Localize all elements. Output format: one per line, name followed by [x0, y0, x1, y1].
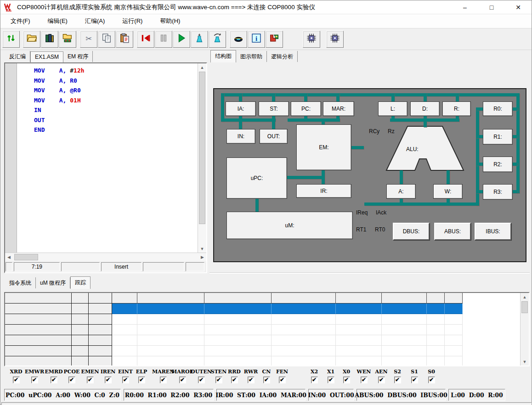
- trace-grid-row[interactable]: [5, 314, 529, 325]
- maximize-button[interactable]: □: [478, 0, 505, 14]
- close-button[interactable]: ✕: [505, 0, 532, 14]
- editor-tab-1[interactable]: 反汇编: [5, 51, 30, 62]
- register-box-pc[interactable]: PC:: [291, 101, 321, 116]
- trace-grid-row[interactable]: [5, 304, 529, 314]
- register-box-um[interactable]: uM:: [226, 212, 353, 239]
- emulator-1-button[interactable]: [303, 31, 320, 48]
- menu-item-1[interactable]: 文件(F): [5, 15, 36, 27]
- diagram-tab-1[interactable]: 结构图: [210, 50, 236, 62]
- register-box-l[interactable]: L:: [378, 101, 407, 116]
- scrollbar-thumb[interactable]: [14, 254, 38, 260]
- scroll-down-icon[interactable]: ▼: [521, 358, 529, 366]
- emulator-2-button[interactable]: [326, 31, 344, 48]
- register-box-r3[interactable]: R3:: [483, 184, 513, 200]
- run-button[interactable]: [173, 31, 190, 48]
- register-box-r0[interactable]: R0:: [483, 101, 513, 116]
- signal-checkbox-rrd[interactable]: ✔: [231, 377, 238, 383]
- register-box-r2[interactable]: R2:: [483, 157, 513, 172]
- trace-grid-row[interactable]: [5, 346, 529, 356]
- register-box-st[interactable]: ST:: [259, 101, 289, 116]
- diagram-tab-2[interactable]: 图示帮助: [236, 51, 267, 62]
- register-box-em[interactable]: EM:: [296, 124, 351, 170]
- logic-analyzer-button[interactable]: [266, 31, 283, 48]
- trace-grid-row[interactable]: [5, 335, 529, 346]
- refresh-button[interactable]: [2, 31, 20, 48]
- register-box-upc[interactable]: uPC:: [226, 158, 287, 199]
- scroll-up-icon[interactable]: ▲: [521, 293, 529, 301]
- signal-checkbox-rwr[interactable]: ✔: [248, 377, 255, 383]
- signal-checkbox-s0[interactable]: ✔: [428, 377, 435, 383]
- signal-checkbox-x1[interactable]: ✔: [328, 377, 334, 383]
- register-box-w[interactable]: W:: [433, 184, 463, 199]
- editor-vertical-scrollbar[interactable]: ▲ ▼: [198, 63, 206, 253]
- save-all-button[interactable]: [41, 31, 58, 48]
- trace-grid-row[interactable]: [5, 293, 529, 304]
- register-box-d[interactable]: D:: [410, 101, 440, 116]
- register-box-a[interactable]: A:: [386, 184, 416, 199]
- code-area[interactable]: MOV A, #12hMOV A, R0MOV A, @R0MOV A, 01H…: [17, 63, 198, 253]
- signal-checkbox-maren[interactable]: ✔: [160, 377, 167, 383]
- grid-vertical-scrollbar[interactable]: ▲ ▼: [520, 293, 529, 366]
- trace-tab-3[interactable]: 跟踪: [70, 276, 91, 289]
- register-box-ia[interactable]: IA:: [226, 101, 256, 116]
- open-file-button[interactable]: [23, 31, 40, 48]
- menu-item-2[interactable]: 编辑(E): [42, 15, 73, 27]
- step-over-button[interactable]: [209, 31, 226, 48]
- scrollbar-thumb[interactable]: [521, 301, 528, 313]
- view-options-button[interactable]: [230, 31, 247, 48]
- editor-tab-2[interactable]: EX1.ASM: [30, 51, 63, 62]
- signal-checkbox-sten[interactable]: ✔: [215, 377, 222, 383]
- diagram-tab-3[interactable]: 逻辑分析: [267, 51, 298, 62]
- signal-checkbox-maroe[interactable]: ✔: [179, 377, 186, 383]
- trace-into-button[interactable]: [191, 31, 208, 48]
- menu-item-3[interactable]: 汇编(A): [79, 15, 110, 27]
- signal-checkbox-x2[interactable]: ✔: [311, 377, 318, 383]
- bus-button-abus[interactable]: ABUS:: [434, 223, 471, 240]
- reset-button[interactable]: [137, 31, 154, 48]
- bus-button-dbus[interactable]: DBUS:: [393, 223, 430, 240]
- editor-horizontal-scrollbar[interactable]: ◀ ▶: [5, 253, 206, 261]
- signal-checkbox-pcoe[interactable]: ✔: [68, 377, 75, 383]
- signal-checkbox-xrd[interactable]: ✔: [13, 377, 20, 383]
- scroll-right-icon[interactable]: ▶: [198, 253, 206, 261]
- copy-button[interactable]: [98, 31, 115, 48]
- signal-checkbox-s2[interactable]: ✔: [394, 377, 401, 383]
- pause-button[interactable]: [155, 31, 172, 48]
- signal-checkbox-elp[interactable]: ✔: [138, 377, 145, 383]
- register-box-r[interactable]: R:: [442, 101, 471, 116]
- register-box-out[interactable]: OUT:: [260, 129, 288, 144]
- signal-checkbox-eint[interactable]: ✔: [122, 377, 129, 383]
- register-box-ir[interactable]: IR:: [296, 184, 351, 198]
- scrollbar-thumb[interactable]: [199, 72, 205, 224]
- register-box-r1[interactable]: R1:: [483, 129, 513, 145]
- menu-item-4[interactable]: 运行(R): [117, 15, 148, 27]
- signal-checkbox-cn[interactable]: ✔: [263, 377, 270, 383]
- signal-checkbox-wen[interactable]: ✔: [361, 377, 368, 383]
- signal-checkbox-x0[interactable]: ✔: [343, 377, 350, 383]
- signal-checkbox-outen[interactable]: ✔: [198, 377, 205, 383]
- register-box-in[interactable]: IN:: [226, 129, 255, 144]
- trace-grid-row[interactable]: [5, 325, 529, 335]
- signal-checkbox-iren[interactable]: ✔: [105, 377, 112, 383]
- scroll-down-icon[interactable]: ▼: [198, 245, 206, 253]
- signal-checkbox-aen[interactable]: ✔: [378, 377, 385, 383]
- signal-checkbox-emen[interactable]: ✔: [87, 377, 94, 383]
- project-button[interactable]: [59, 31, 76, 48]
- register-box-mar[interactable]: MAR:: [323, 101, 354, 116]
- editor-tab-3[interactable]: EM 程序: [63, 51, 93, 62]
- trace-tab-1[interactable]: 指令系统: [5, 277, 36, 288]
- minimize-button[interactable]: –: [452, 0, 478, 14]
- signal-checkbox-emrd[interactable]: ✔: [51, 377, 57, 383]
- menu-item-5[interactable]: 帮助(H): [154, 15, 186, 27]
- signal-checkbox-emwr[interactable]: ✔: [31, 377, 38, 383]
- signal-checkbox-s1[interactable]: ✔: [411, 377, 418, 383]
- cut-button[interactable]: ✂: [80, 31, 97, 48]
- scroll-left-icon[interactable]: ◀: [5, 253, 13, 261]
- bus-button-ibus[interactable]: IBUS:: [475, 223, 511, 240]
- trace-grid-row[interactable]: [5, 356, 529, 366]
- scroll-up-icon[interactable]: ▲: [198, 63, 206, 71]
- alu-label[interactable]: ALU:: [406, 146, 419, 152]
- info-button[interactable]: i: [248, 31, 265, 48]
- paste-button[interactable]: [116, 31, 133, 48]
- trace-tab-2[interactable]: uM 微程序: [36, 277, 70, 288]
